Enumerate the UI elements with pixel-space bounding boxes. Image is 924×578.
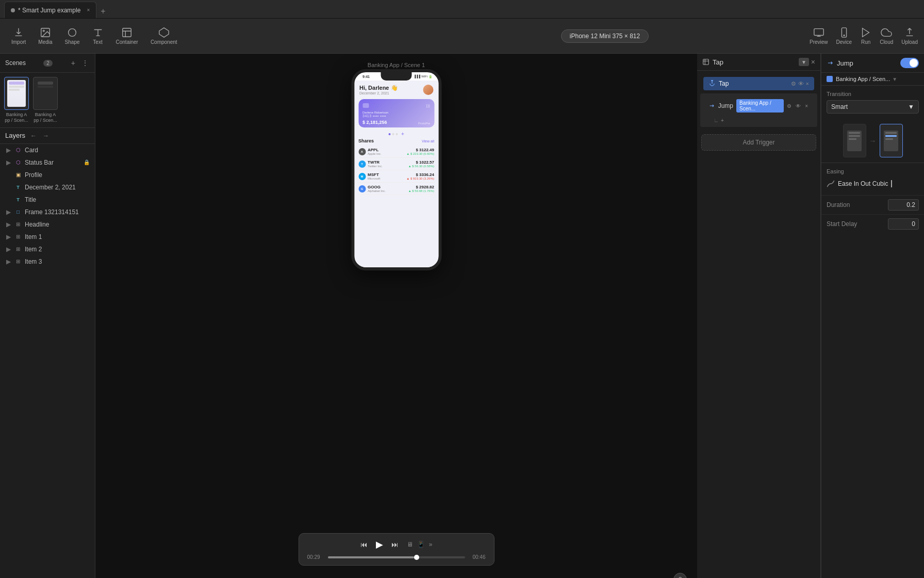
scenes-actions: + ⋮ — [70, 58, 90, 68]
device-btn[interactable]: Device — [836, 27, 852, 45]
main-layout: Scenes 2 + ⋮ Banking App / Scen... — [0, 54, 924, 578]
scenes-header: Scenes 2 + ⋮ — [0, 54, 95, 73]
new-tab-btn[interactable]: + — [96, 5, 109, 18]
help-btn[interactable]: ? — [673, 573, 687, 578]
rewind-btn[interactable]: ⏮ — [360, 540, 368, 549]
duration-input[interactable] — [888, 199, 919, 211]
device-badge[interactable]: iPhone 12 Mini 375 × 812 — [561, 29, 649, 43]
collapse-interaction-btn[interactable]: ▼ — [799, 58, 809, 66]
container-tool[interactable]: Container — [116, 27, 138, 45]
layer-headline[interactable]: ▶ ⊞ Headline — [0, 218, 95, 231]
appl-amount: $ 3122.49 — [406, 148, 434, 152]
jump-close-btn[interactable]: × — [804, 102, 809, 110]
tap-close-btn[interactable]: × — [806, 81, 809, 87]
jump-container: Jump Banking App / Scen... ⚙ 👁 × + — [700, 93, 817, 127]
scenes-thumbnails: Banking App / Scen... Banking App / Scen… — [0, 73, 95, 128]
timeline-controls: ⏮ ▶ ⏭ 🖥 📱 » — [307, 539, 486, 550]
easing-label: Easing — [827, 168, 919, 174]
layer-title[interactable]: ▶ T Title — [0, 194, 95, 206]
start-delay-row: Start Delay — [821, 214, 924, 233]
group-icon-headline: ⊞ — [14, 221, 22, 228]
time-end: 00:46 — [469, 554, 486, 560]
more-icon[interactable]: » — [429, 541, 433, 548]
run-btn[interactable]: Run — [860, 27, 871, 45]
cloud-btn[interactable]: Cloud — [880, 27, 893, 45]
play-btn[interactable]: ▶ — [376, 539, 383, 550]
app-header-date: December 2, 2021 — [359, 91, 398, 95]
preview-line-2 — [849, 135, 860, 137]
jump-settings-btn[interactable]: ⚙ — [786, 102, 793, 110]
shape-tool[interactable]: Shape — [65, 27, 80, 45]
nav-forward-btn[interactable]: → — [42, 131, 50, 140]
fast-forward-btn[interactable]: ⏭ — [391, 540, 399, 549]
component2-icon: ⬡ — [14, 159, 22, 166]
easing-row: Ease In Out Cubic — [827, 178, 919, 190]
destination-dropdown[interactable]: Banking App / Scen... ▼ — [836, 76, 897, 82]
interaction-header: Tap ▼ × — [697, 54, 820, 71]
scenes-menu-btn[interactable]: ⋮ — [80, 58, 90, 68]
screen-icon[interactable]: 🖥 — [407, 541, 413, 548]
transition-dropdown[interactable]: Smart ▼ — [827, 100, 919, 114]
active-tab[interactable]: * Smart Jump example × — [4, 2, 96, 18]
twtr-company: Twitter Inc. — [368, 165, 406, 168]
start-delay-input[interactable] — [888, 218, 919, 230]
start-delay-label: Start Delay — [827, 220, 888, 228]
layer-date[interactable]: ▶ T December 2, 2021 — [0, 181, 95, 194]
twtr-price: $ 1022.57 ▲ $ 56.30 (0.58%) — [408, 160, 434, 168]
mobile-icon[interactable]: 📱 — [417, 541, 425, 548]
upload-btn[interactable]: Upload — [901, 27, 918, 45]
add-scene-btn[interactable]: + — [70, 58, 76, 68]
svg-point-1 — [43, 30, 44, 31]
frame-icon: □ — [14, 208, 22, 216]
layer-item1[interactable]: ▶ ⊞ Item 1 — [0, 231, 95, 243]
jump-row[interactable]: Jump Banking App / Scen... ⚙ 👁 × — [703, 97, 814, 115]
app-greeting: Hi, Darlene 👋 — [359, 85, 398, 91]
close-interaction-btn[interactable]: × — [811, 58, 815, 66]
layer-item2[interactable]: ▶ ⊞ Item 2 — [0, 243, 95, 255]
canvas: Banking App / Scene 1 9:41 ▐▐▐ WiFi 🔋 — [95, 54, 697, 578]
easing-curve-icon — [827, 180, 835, 188]
shares-header: Shares View all — [358, 138, 434, 143]
component-tool[interactable]: Component — [151, 27, 177, 45]
text-tool[interactable]: Text — [92, 27, 104, 45]
timeline-thumb[interactable] — [414, 555, 419, 560]
layer-card[interactable]: ▶ ⬡ Card — [0, 144, 95, 156]
tap-actions: ⚙ 👁 × — [791, 81, 809, 87]
add-trigger-btn[interactable]: Add Trigger — [701, 134, 816, 151]
preview-btn[interactable]: Preview — [810, 27, 828, 45]
tap-row[interactable]: Tap ⚙ 👁 × — [703, 77, 814, 90]
jump-destination-badge[interactable]: Banking App / Scen... — [736, 99, 784, 113]
import-tool[interactable]: Import — [11, 27, 26, 45]
goog-info: GOOG Alphabet Inc. — [368, 185, 406, 192]
layer-frame[interactable]: ▶ □ Frame 1321314151 — [0, 206, 95, 218]
easing-section: Easing Ease In Out Cubic — [821, 163, 924, 195]
stock-msft: M MSFT Microsoft $ 3336.24 ▲ $ 923.30 (3… — [358, 170, 434, 183]
duration-row: Duration — [821, 195, 924, 214]
nav-back-btn[interactable]: ← — [29, 131, 38, 140]
layer-status-bar[interactable]: ▶ ⬡ Status Bar 🔒 — [0, 156, 95, 169]
layers-nav: Layers ← → — [0, 128, 95, 144]
layers-list: ▶ ⬡ Card ▶ ⬡ Status Bar 🔒 ▶ ▣ Profile ▶ … — [0, 144, 95, 578]
media-tool[interactable]: Media — [38, 27, 52, 45]
dest-scene-icon — [827, 76, 833, 82]
expand-headline-icon: ▶ — [5, 221, 11, 228]
app-header-row: Hi, Darlene 👋 December 2, 2021 — [359, 85, 433, 95]
timeline-bar[interactable] — [328, 556, 465, 558]
tap-eye-btn[interactable]: 👁 — [798, 81, 804, 87]
twtr-ticker: TWTR — [368, 160, 406, 165]
jump-panel-icon — [827, 59, 834, 67]
tab-close-btn[interactable]: × — [87, 7, 90, 13]
jump-eye-btn[interactable]: 👁 — [795, 102, 802, 110]
group-icon-item1: ⊞ — [14, 233, 22, 240]
layer-profile[interactable]: ▶ ▣ Profile — [0, 169, 95, 181]
scene-thumb-1[interactable]: Banking App / Scen... — [4, 77, 29, 123]
goog-price: $ 2928.82 ▲ $ 50.68 (1.76%) — [408, 185, 434, 192]
scene-label: Banking App / Scene 1 — [368, 62, 425, 68]
scene-thumb-2[interactable]: Banking App / Scen... — [33, 77, 58, 123]
stock-appl: A APPL Apple Inc. $ 3122.49 ▲ $ 223.30 (… — [358, 146, 434, 158]
layer-item3[interactable]: ▶ ⊞ Item 3 — [0, 255, 95, 268]
image-icon: ▣ — [14, 171, 22, 179]
tap-settings-btn[interactable]: ⚙ — [791, 81, 796, 87]
expand-item1-icon: ▶ — [5, 234, 11, 240]
jump-toggle[interactable] — [900, 58, 919, 68]
